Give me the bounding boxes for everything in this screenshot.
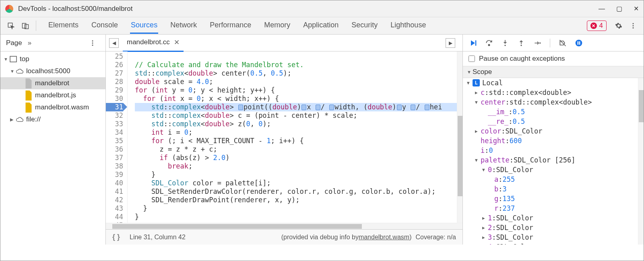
scope-var-palette-0-a[interactable]: a: 255 — [463, 175, 644, 184]
toggle-navigator-icon[interactable]: ◀ — [109, 38, 119, 48]
code-area[interactable]: 2526272829303132333435363738394041424344… — [106, 51, 462, 223]
svg-point-14 — [539, 42, 541, 43]
svg-point-7 — [92, 42, 93, 43]
tree-file-mandelbrot-js[interactable]: mandelbrot.js — [0, 89, 105, 101]
error-icon: ✕ — [590, 23, 597, 29]
scope-local[interactable]: ▼LLocal — [463, 78, 644, 88]
tree-host[interactable]: ▼ localhost:5000 — [0, 65, 105, 77]
tree-file-label: mandelbrot.js — [35, 91, 76, 99]
code-lines[interactable]: // Calculate and draw the Mandelbrot set… — [128, 51, 462, 223]
vertical-scrollbar[interactable] — [457, 51, 462, 223]
svg-rect-9 — [10, 56, 17, 62]
scope-var-center-re[interactable]: __re_: 0.5 — [463, 117, 644, 126]
scope-var-palette-0-r[interactable]: r: 237 — [463, 203, 644, 213]
tree-file-url[interactable]: ▶ file:// — [0, 113, 105, 125]
js-file-icon — [25, 91, 33, 99]
tab-sources[interactable]: Sources — [130, 18, 158, 34]
resume-icon[interactable] — [469, 39, 477, 47]
scope-local-label: Local — [482, 79, 503, 87]
svg-point-3 — [633, 23, 634, 24]
editor-tab-mandelbrot-cc[interactable]: mandelbrot.cc ✕ — [123, 34, 184, 52]
toggle-debugger-icon[interactable]: ▶ — [446, 38, 455, 48]
close-tab-icon[interactable]: ✕ — [174, 38, 180, 47]
tree-host-label: localhost:5000 — [26, 67, 70, 75]
svg-rect-10 — [475, 40, 477, 45]
scope-var-c[interactable]: ▶c: std::complex<double> — [463, 88, 644, 97]
close-button[interactable]: ✕ — [634, 5, 639, 12]
scope-var-height[interactable]: height: 600 — [463, 136, 644, 146]
kebab-menu-icon[interactable] — [627, 20, 639, 31]
local-badge-icon: L — [473, 79, 480, 86]
step-out-icon[interactable] — [517, 39, 526, 47]
deactivate-breakpoints-icon[interactable] — [558, 39, 567, 47]
cloud-icon — [16, 115, 24, 123]
scope-var-i[interactable]: i: 0 — [463, 146, 644, 155]
scope-var-palette-0[interactable]: ▼0: SDL_Color — [463, 165, 644, 175]
scope-var-palette-4[interactable]: ▶4: SDL_Color — [463, 242, 644, 245]
panel-tabstrip: Elements Console Sources Network Perform… — [0, 17, 644, 35]
tab-network[interactable]: Network — [169, 18, 198, 34]
scope-var-center[interactable]: ▼center: std::complex<double> — [463, 97, 644, 107]
scope-var-center-im[interactable]: __im_: 0.5 — [463, 107, 644, 117]
navigator-kebab-icon[interactable] — [87, 37, 98, 49]
debug-info-suffix: ) — [409, 234, 411, 241]
tree-file-mandelbrot[interactable]: mandelbrot — [0, 77, 105, 89]
navigator-more-tabs-icon[interactable]: » — [28, 39, 31, 47]
step-icon[interactable] — [533, 39, 542, 47]
navigator-tab-page[interactable]: Page — [6, 39, 22, 47]
tree-file-label: mandelbrot — [35, 79, 69, 87]
tree-top-label: top — [20, 55, 29, 63]
scope-var-palette[interactable]: ▼palette: SDL_Color [256] — [463, 155, 644, 165]
settings-icon[interactable] — [613, 20, 624, 31]
svg-point-4 — [633, 25, 634, 27]
pretty-print-icon[interactable]: { } — [112, 233, 120, 241]
maximize-button[interactable]: ▢ — [616, 5, 622, 12]
tree-top[interactable]: ▼ top — [0, 53, 105, 65]
navigator-header: Page » — [0, 35, 105, 51]
scope-var-color[interactable]: ▶color: SDL_Color — [463, 126, 644, 136]
pause-on-caught-label: Pause on caught exceptions — [479, 55, 565, 63]
scope-var-palette-3[interactable]: ▶3: SDL_Color — [463, 232, 644, 242]
devtools-logo-icon — [5, 5, 13, 13]
step-over-icon[interactable] — [485, 39, 493, 47]
step-into-icon[interactable] — [501, 39, 510, 47]
tab-elements[interactable]: Elements — [47, 18, 79, 34]
divider — [36, 21, 36, 31]
debug-info-link[interactable]: mandelbrot.wasm — [359, 234, 409, 241]
svg-rect-17 — [579, 41, 580, 44]
tree-file-mandelbrot-wasm[interactable]: mandelbrot.wasm — [0, 101, 105, 113]
cloud-icon — [16, 67, 24, 75]
inspect-element-icon[interactable] — [5, 20, 17, 31]
svg-point-8 — [92, 44, 93, 45]
error-count: 4 — [599, 22, 603, 30]
source-editor: ◀ mandelbrot.cc ✕ ▶ 25262728293031323334… — [106, 35, 463, 245]
svg-point-6 — [92, 40, 93, 41]
pause-on-exceptions-icon[interactable] — [574, 39, 583, 47]
minimize-button[interactable]: — — [599, 5, 605, 12]
line-gutter[interactable]: 2526272829303132333435363738394041424344… — [106, 51, 128, 223]
tab-memory[interactable]: Memory — [263, 18, 291, 34]
tab-performance[interactable]: Performance — [209, 18, 252, 34]
cursor-position: Line 31, Column 42 — [130, 234, 186, 241]
scope-section-header[interactable]: ▼ Scope — [463, 66, 644, 78]
scope-scrollbar[interactable] — [638, 78, 644, 245]
error-count-badge[interactable]: ✕ 4 — [587, 21, 607, 31]
horizontal-scrollbar[interactable] — [106, 223, 462, 229]
scope-pane: ▼LLocal ▶c: std::complex<double> ▼center… — [463, 78, 644, 245]
pause-on-caught-checkbox[interactable] — [469, 55, 475, 62]
tab-application[interactable]: Application — [302, 18, 339, 34]
tab-console[interactable]: Console — [91, 18, 119, 34]
debug-info-prefix: (provided via debug info by — [281, 234, 359, 241]
device-toolbar-icon[interactable] — [20, 20, 31, 31]
tab-security[interactable]: Security — [351, 18, 378, 34]
scope-var-palette-2[interactable]: ▶2: SDL_Color — [463, 223, 644, 232]
wasm-file-icon — [25, 103, 33, 111]
scope-var-palette-0-b[interactable]: b: 3 — [463, 184, 644, 194]
svg-point-11 — [488, 44, 489, 45]
coverage-status: Coverage: n/a — [415, 234, 456, 241]
scope-var-palette-1[interactable]: ▶1: SDL_Color — [463, 213, 644, 223]
editor-statusbar: { } Line 31, Column 42 (provided via deb… — [106, 229, 462, 245]
debugger-panel: Pause on caught exceptions ▼ Scope ▼LLoc… — [463, 35, 644, 245]
tab-lighthouse[interactable]: Lighthouse — [390, 18, 427, 34]
scope-var-palette-0-g[interactable]: g: 135 — [463, 194, 644, 203]
